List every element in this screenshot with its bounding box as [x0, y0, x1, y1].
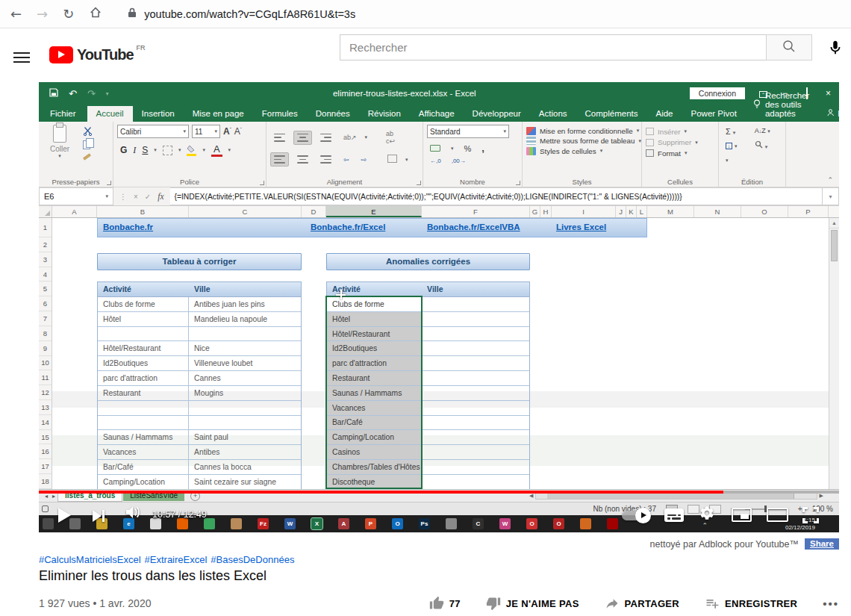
scroll-left-icon[interactable]: ◀ — [527, 493, 535, 499]
fill-color-icon[interactable] — [187, 145, 196, 156]
search-button[interactable] — [766, 34, 812, 60]
cell-activite[interactable]: Hôtel — [327, 312, 422, 326]
row-header-17[interactable]: 17 — [39, 459, 52, 474]
link-livres-excel[interactable]: Livres Excel — [556, 223, 606, 231]
align-left-icon[interactable] — [270, 152, 289, 167]
cut-icon[interactable] — [83, 126, 93, 137]
cell-ville[interactable] — [422, 475, 529, 489]
column-header-K[interactable]: K — [626, 206, 637, 217]
tab-données[interactable]: Données — [307, 106, 359, 122]
column-header-C[interactable]: C — [189, 206, 302, 217]
redo-icon[interactable]: ↷ — [87, 88, 96, 99]
insert-cells-button[interactable]: Insérer▾ — [646, 128, 714, 136]
font-size-select[interactable]: 11▾ — [192, 125, 220, 138]
row-header-11[interactable]: 11 — [39, 370, 52, 385]
cell-ville[interactable] — [422, 386, 529, 400]
link-bonbache[interactable]: Bonbache.fr — [103, 223, 153, 231]
tab-actions[interactable]: Actions — [530, 106, 576, 122]
cell-activite[interactable]: Restaurant — [98, 386, 189, 400]
connexion-button[interactable]: Connexion — [690, 87, 745, 99]
movie-app-icon[interactable] — [69, 518, 81, 529]
shrink-font-icon[interactable]: Aˇ — [234, 126, 242, 137]
cell-activite[interactable]: Hôtel/Restaurant — [98, 341, 189, 355]
access-icon[interactable]: A — [338, 518, 349, 529]
cell-ville[interactable]: Saint cezaire sur siagne — [189, 475, 301, 489]
dialog-launcher-icon[interactable] — [107, 181, 111, 185]
align-middle-icon[interactable] — [293, 131, 312, 145]
cell-ville[interactable]: Cannes la bocca — [189, 460, 301, 474]
tab-formules[interactable]: Formules — [253, 106, 307, 122]
share-button[interactable]: PARTAGER — [605, 596, 679, 611]
miniplayer-icon[interactable] — [732, 508, 752, 522]
cell-activite[interactable]: parc d'attraction — [98, 371, 189, 385]
next-button[interactable] — [93, 510, 105, 522]
vertical-scroll-thumb[interactable] — [831, 230, 838, 261]
recorder-icon[interactable] — [607, 518, 618, 529]
dislike-button[interactable]: JE N'AIME PAS — [486, 596, 579, 611]
zoom-in-icon[interactable]: + — [798, 505, 802, 513]
close-icon[interactable]: × — [817, 88, 839, 99]
clear-icon[interactable]: ▾ — [726, 155, 746, 164]
wrap-text-icon[interactable]: abc↩ — [382, 127, 399, 148]
excel-share-button[interactable]: Partager — [817, 106, 839, 122]
cell-ville[interactable] — [422, 401, 529, 415]
scroll-right-icon[interactable]: ▶ — [817, 493, 826, 499]
menu-icon[interactable] — [13, 49, 30, 66]
tab-power-pivot[interactable]: Power Pivot — [682, 106, 746, 122]
fullscreen-icon[interactable] — [802, 507, 819, 523]
theater-mode-icon[interactable] — [767, 508, 788, 522]
cell-ville[interactable] — [422, 416, 529, 430]
cell-ville[interactable]: Antibes — [189, 445, 301, 459]
cell-ville[interactable]: Mandelieu la napoule — [189, 312, 301, 326]
accounting-format-icon[interactable] — [430, 145, 440, 152]
hashtag-link[interactable]: #CalculsMatricielsExcel — [39, 554, 141, 565]
cell-styles-button[interactable]: Styles de cellules▾ — [526, 147, 638, 155]
column-header-P[interactable]: P — [788, 206, 829, 217]
cell-activite[interactable]: Discotheque — [327, 475, 422, 489]
like-button[interactable]: 77 — [429, 596, 461, 611]
cell-activite[interactable] — [98, 401, 189, 415]
tab-développeur[interactable]: Développeur — [464, 106, 530, 122]
refresh-icon[interactable]: ↻ — [63, 7, 74, 21]
formula-input[interactable]: {=INDEX(Activité;PETITE.VALEUR(SI(ESTNA(… — [170, 187, 823, 205]
qat-customize-icon[interactable]: ▾ — [106, 90, 109, 97]
subtitles-icon[interactable] — [664, 508, 684, 522]
cell-activite[interactable]: Clubs de forme — [327, 297, 422, 311]
expand-formula-bar-icon[interactable]: ▾ — [823, 187, 839, 205]
photos-icon[interactable] — [204, 518, 215, 529]
cell-ville[interactable] — [422, 445, 529, 459]
column-header-N[interactable]: N — [694, 206, 741, 217]
decrease-indent-icon[interactable]: ⇦ — [340, 152, 353, 167]
adblock-share-button[interactable]: Share — [805, 538, 839, 550]
cell-ville[interactable]: Cannes — [189, 371, 301, 385]
row-header-13[interactable]: 13 — [39, 400, 52, 415]
camtasia-icon[interactable]: C — [473, 518, 484, 529]
search-input[interactable] — [340, 34, 766, 60]
row-header-8[interactable]: 8 — [39, 326, 52, 341]
save-icon[interactable] — [49, 88, 58, 99]
cell-activite[interactable]: Vacances — [98, 445, 189, 459]
align-center-icon[interactable] — [293, 152, 312, 167]
cancel-formula-icon[interactable]: × — [134, 193, 138, 201]
cell-activite[interactable]: Clubs de forme — [98, 297, 189, 311]
name-box[interactable]: E6▾ — [39, 187, 113, 205]
cell-activite[interactable]: Restaurant — [327, 371, 422, 385]
cell-activite[interactable]: Casinos — [327, 445, 422, 459]
opera-beta-icon[interactable]: O — [553, 518, 564, 529]
cell-ville[interactable] — [422, 460, 529, 474]
horizontal-scroll-thumb[interactable] — [547, 493, 794, 499]
cell-ville[interactable] — [422, 327, 529, 341]
spreadsheet-grid[interactable]: 123456789101112131415161718 Bonbache.fr … — [39, 218, 839, 489]
cocktail-app-icon[interactable] — [580, 518, 591, 529]
wampserver-icon[interactable]: W — [499, 518, 511, 529]
row-header-10[interactable]: 10 — [39, 356, 52, 371]
column-header-B[interactable]: B — [97, 206, 189, 217]
row-header-9[interactable]: 9 — [39, 341, 52, 356]
font-name-select[interactable]: Calibri▾ — [117, 125, 189, 138]
hashtag-link[interactable]: #BasesDeDonnées — [211, 554, 294, 565]
paste-button[interactable]: Coller ▾ — [43, 125, 77, 159]
cell-activite[interactable]: Bar/Café — [327, 416, 422, 430]
tab-mise-en-page[interactable]: Mise en page — [184, 106, 253, 122]
cell-activite[interactable]: Vacances — [327, 401, 422, 415]
cell-activite[interactable]: Saunas / Hammams — [327, 386, 422, 400]
